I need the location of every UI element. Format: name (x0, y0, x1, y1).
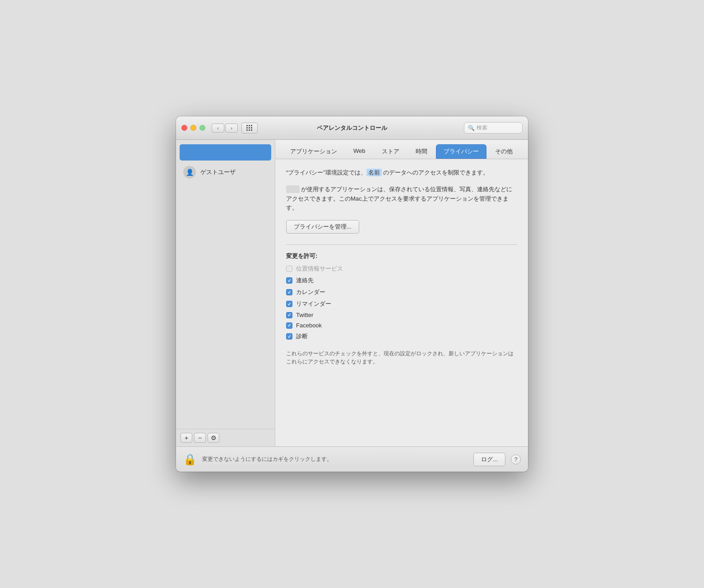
description-text-1: “プライバシー”環境設定では、 (286, 169, 366, 176)
window-title: ペアレンタルコントロール (317, 124, 387, 132)
sidebar-spacer (176, 182, 275, 429)
search-box[interactable]: 🔍 検索 (464, 122, 523, 133)
user-name-label: ゲストユーザ (200, 168, 236, 176)
sidebar-selected-item[interactable] (180, 144, 271, 161)
minimize-button[interactable] (190, 125, 196, 131)
sidebar-bottom: + − ⚙ (176, 429, 275, 446)
search-placeholder: 検索 (477, 124, 487, 132)
tab-web[interactable]: Web (346, 144, 373, 159)
allow-label: 変更を許可: (286, 252, 517, 260)
twitter-label: Twitter (296, 312, 313, 318)
reminders-label: リマインダー (296, 300, 331, 308)
close-button[interactable] (181, 125, 187, 131)
description-text-3: が使用するアプリケーションは、保存されている位置情報、写真、連絡先などにアクセス… (286, 186, 512, 211)
log-button[interactable]: ログ... (473, 453, 505, 466)
gear-icon: ⚙ (211, 434, 217, 441)
forward-button[interactable]: › (225, 124, 238, 133)
calendar-checkbox[interactable] (286, 289, 292, 295)
location-label: 位置情報サービス (296, 265, 343, 273)
grid-button[interactable] (241, 123, 258, 133)
checkbox-list: 位置情報サービス 連絡先 カレンダー リマイン (286, 265, 517, 340)
calendar-label: カレンダー (296, 288, 325, 296)
contacts-label: 連絡先 (296, 276, 314, 285)
bottom-bar: 🔒 変更できないようにするにはカギをクリックします。 ログ... ? (176, 446, 528, 472)
tab-privacy[interactable]: プライバシー (436, 144, 486, 159)
gray-name-highlight (286, 185, 300, 193)
gear-button[interactable]: ⚙ (208, 433, 219, 443)
reminders-checkbox[interactable] (286, 301, 292, 307)
list-item: Twitter (286, 312, 517, 318)
help-button[interactable]: ? (511, 455, 521, 464)
tab-other[interactable]: その他 (487, 144, 520, 159)
add-user-button[interactable]: + (181, 433, 192, 443)
titlebar: ‹ › ペアレンタルコントロール 🔍 検索 (176, 116, 528, 140)
description-text-2: のデータへのアクセスを制限できます。 (382, 169, 489, 176)
list-item: 診断 (286, 332, 517, 340)
list-item: Facebook (286, 322, 517, 329)
list-item: カレンダー (286, 288, 517, 296)
nav-buttons: ‹ › (212, 124, 238, 133)
facebook-checkbox[interactable] (286, 322, 292, 329)
sidebar-user-item[interactable]: 👤 ゲストユーザ (176, 162, 275, 182)
search-icon: 🔍 (468, 125, 475, 131)
main-content: 👤 ゲストユーザ + − ⚙ アプリケーション (176, 140, 528, 446)
remove-user-button[interactable]: − (194, 433, 206, 443)
lock-icon[interactable]: 🔒 (183, 453, 197, 466)
sidebar: 👤 ゲストユーザ + − ⚙ (176, 140, 275, 446)
lock-text: 変更できないようにするにはカギをクリックします。 (202, 455, 468, 463)
diagnostics-label: 診断 (296, 332, 308, 340)
tab-time[interactable]: 時間 (408, 144, 435, 159)
list-item: 連絡先 (286, 276, 517, 285)
list-item: 位置情報サービス (286, 265, 517, 273)
diagnostics-checkbox[interactable] (286, 333, 292, 340)
avatar: 👤 (183, 166, 196, 179)
grid-icon (246, 125, 253, 131)
panel-content: “プライバシー”環境設定では、名前 のデータへのアクセスを制限できます。 が使用… (275, 159, 528, 446)
list-item: リマインダー (286, 300, 517, 308)
divider (286, 244, 517, 245)
name-highlight: 名前 (366, 169, 382, 176)
tabs-bar: アプリケーション Web ストア 時間 プライバシー その他 (275, 140, 528, 159)
traffic-lights (181, 125, 205, 131)
description-block: “プライバシー”環境設定では、名前 のデータへのアクセスを制限できます。 (286, 168, 517, 178)
tab-store[interactable]: ストア (374, 144, 407, 159)
description-block-2: が使用するアプリケーションは、保存されている位置情報、写真、連絡先などにアクセス… (286, 185, 517, 213)
right-panel: アプリケーション Web ストア 時間 プライバシー その他 (275, 140, 528, 446)
facebook-label: Facebook (296, 322, 322, 329)
zoom-button[interactable] (199, 125, 205, 131)
note-text: これらのサービスのチェックを外すと、現在の設定がロックされ、新しいアプリケーショ… (286, 349, 517, 366)
location-checkbox[interactable] (286, 266, 292, 272)
manage-privacy-button[interactable]: プライバシーを管理... (286, 220, 359, 234)
main-window: ‹ › ペアレンタルコントロール 🔍 検索 👤 ゲストユーザ (176, 116, 528, 472)
back-button[interactable]: ‹ (212, 124, 224, 133)
tab-applications[interactable]: アプリケーション (283, 144, 345, 159)
twitter-checkbox[interactable] (286, 312, 292, 318)
contacts-checkbox[interactable] (286, 277, 292, 284)
